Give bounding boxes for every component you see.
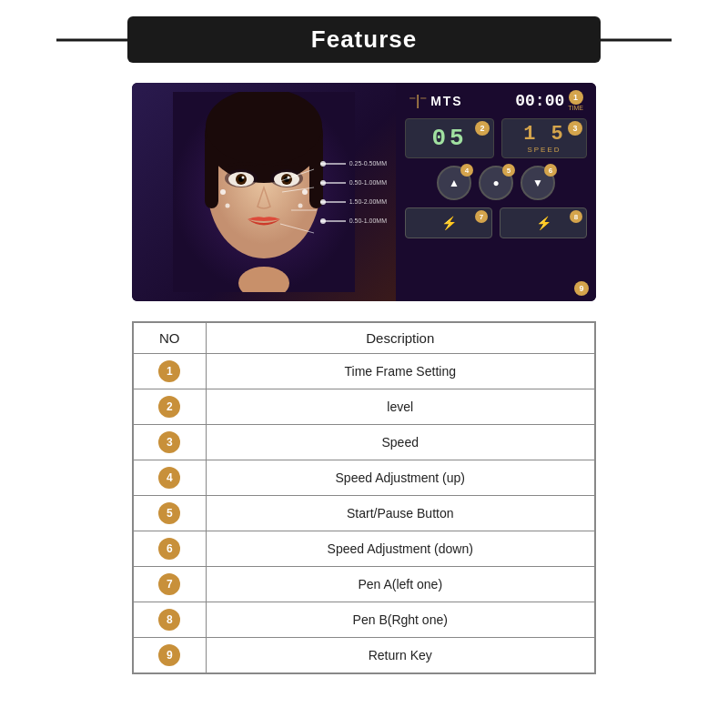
badge-3: 3 (568, 121, 582, 136)
table-no-2: 2 (133, 389, 206, 425)
col-desc-header: Description (206, 322, 595, 354)
badge-2: 2 (475, 121, 490, 136)
buttons-row: 4 ▲ 5 ● 6 ▼ (405, 166, 587, 200)
badge-5: 5 (502, 164, 515, 177)
depth-line-4 (320, 220, 346, 222)
table-no-7: 7 (133, 567, 206, 602)
badge-6: 6 (544, 164, 557, 177)
depth-line-1 (320, 163, 346, 165)
no-badge-7: 7 (158, 573, 180, 595)
table-no-4: 4 (133, 460, 206, 496)
depth-label-1: 0.25-0.50MM (320, 160, 387, 167)
no-badge-4: 4 (158, 467, 180, 489)
table-no-6: 6 (133, 531, 206, 567)
depth-text-4: 0.50-1.00MM (349, 217, 387, 224)
depth-text-1: 0.25-0.50MM (349, 160, 387, 167)
btn-5-icon: ● (492, 177, 499, 189)
table-no-1: 1 (133, 354, 206, 389)
depth-labels: 0.25-0.50MM 0.50-1.00MM 1.50-2.00MM 0.50… (320, 160, 387, 224)
table-desc-9: Return Key (206, 638, 595, 674)
table-row: 6Speed Adjustment (down) (133, 531, 595, 567)
no-badge-6: 6 (158, 538, 180, 560)
table-row: 1Time Frame Setting (133, 354, 595, 389)
no-badge-8: 8 (158, 609, 180, 631)
svg-point-15 (242, 177, 245, 179)
time-label: TIME (568, 105, 583, 111)
badge-7: 7 (475, 210, 488, 223)
features-table: NO Description 1Time Frame Setting2level… (132, 321, 596, 674)
face-area: 0.25-0.50MM 0.50-1.00MM 1.50-2.00MM 0.50… (132, 83, 396, 301)
table-desc-6: Speed Adjustment (down) (206, 531, 595, 567)
table-no-8: 8 (133, 602, 206, 638)
depth-label-2: 0.50-1.00MM (320, 179, 387, 186)
no-badge-9: 9 (158, 644, 180, 666)
table-row: 2level (133, 389, 595, 425)
pen-btn-7[interactable]: ⚡ 7 (405, 207, 492, 238)
level-value: 05 (431, 125, 467, 152)
device-screen: 0.25-0.50MM 0.50-1.00MM 1.50-2.00MM 0.50… (132, 83, 596, 301)
needle-icon: ⁻|⁻ (409, 92, 427, 109)
table-row: 9Return Key (133, 638, 595, 674)
no-badge-5: 5 (158, 502, 180, 524)
table-row: 8Pen B(Rght one) (133, 602, 595, 638)
svg-point-18 (302, 189, 308, 195)
badge-9: 9 (574, 281, 589, 296)
depth-line-2 (320, 182, 346, 184)
table-row: 3Speed (133, 425, 595, 460)
col-no-header: NO (133, 322, 206, 354)
time-badge-group: 1 TIME (568, 90, 583, 111)
badge-8: 8 (570, 210, 582, 223)
speed-value: 1 5 (523, 123, 565, 146)
mts-icon-group: ⁻|⁻ MTS (409, 92, 463, 109)
pen-btn-8[interactable]: ⚡ 8 (500, 207, 587, 238)
btn-4-icon: ▲ (449, 177, 460, 189)
table-no-9: 9 (133, 638, 206, 674)
table-desc-5: Start/Pause Button (206, 496, 595, 531)
pen-8-icon: ⚡ (536, 216, 551, 230)
table-container: NO Description 1Time Frame Setting2level… (132, 321, 596, 674)
badge-4: 4 (460, 164, 473, 177)
btn-5[interactable]: 5 ● (479, 166, 513, 200)
no-badge-2: 2 (158, 396, 180, 418)
speed-label: SPEED (527, 146, 561, 154)
page-title: Featurse (311, 25, 417, 53)
btn-6-icon: ▼ (532, 177, 543, 189)
level-speed-row: 05 2 3 1 5 SPEED (405, 118, 587, 158)
depth-text-3: 1.50-2.00MM (349, 198, 387, 205)
badge-3-container: 3 (568, 121, 582, 136)
table-no-3: 3 (133, 425, 206, 460)
btn-4[interactable]: 4 ▲ (437, 166, 471, 200)
depth-text-2: 0.50-1.00MM (349, 179, 387, 186)
top-bar: ⁻|⁻ MTS 00:00 1 TIME (405, 90, 587, 111)
control-panel: ⁻|⁻ MTS 00:00 1 TIME 05 2 (396, 83, 596, 301)
pen-row: ⚡ 7 ⚡ 8 (405, 207, 587, 238)
table-desc-1: Time Frame Setting (206, 354, 595, 389)
page-container: Featurse (0, 0, 728, 728)
table-row: 5Start/Pause Button (133, 496, 595, 531)
title-banner: Featurse (127, 16, 601, 63)
table-row: 7Pen A(left one) (133, 567, 595, 602)
svg-point-19 (226, 204, 230, 208)
btn-6[interactable]: 6 ▼ (521, 166, 555, 200)
depth-line-3 (320, 201, 346, 203)
table-header-row: NO Description (133, 322, 595, 354)
table-desc-3: Speed (206, 425, 595, 460)
level-box: 05 2 (405, 118, 494, 158)
table-desc-7: Pen A(left one) (206, 567, 595, 602)
no-badge-3: 3 (158, 431, 180, 453)
no-badge-1: 1 (158, 360, 180, 382)
depth-label-3: 1.50-2.00MM (320, 198, 387, 205)
svg-point-17 (220, 189, 226, 195)
pen-7-icon: ⚡ (441, 216, 457, 230)
table-no-5: 5 (133, 496, 206, 531)
svg-point-20 (298, 204, 303, 208)
time-display: 00:00 1 TIME (515, 90, 583, 111)
depth-label-4: 0.50-1.00MM (320, 217, 387, 224)
badge-1: 1 (569, 90, 583, 105)
mts-label: MTS (430, 94, 463, 108)
table-desc-2: level (206, 389, 595, 425)
table-desc-4: Speed Adjustment (up) (206, 460, 595, 496)
table-row: 4Speed Adjustment (up) (133, 460, 595, 496)
time-value: 00:00 (515, 92, 564, 110)
speed-box: 3 1 5 SPEED (501, 118, 587, 158)
